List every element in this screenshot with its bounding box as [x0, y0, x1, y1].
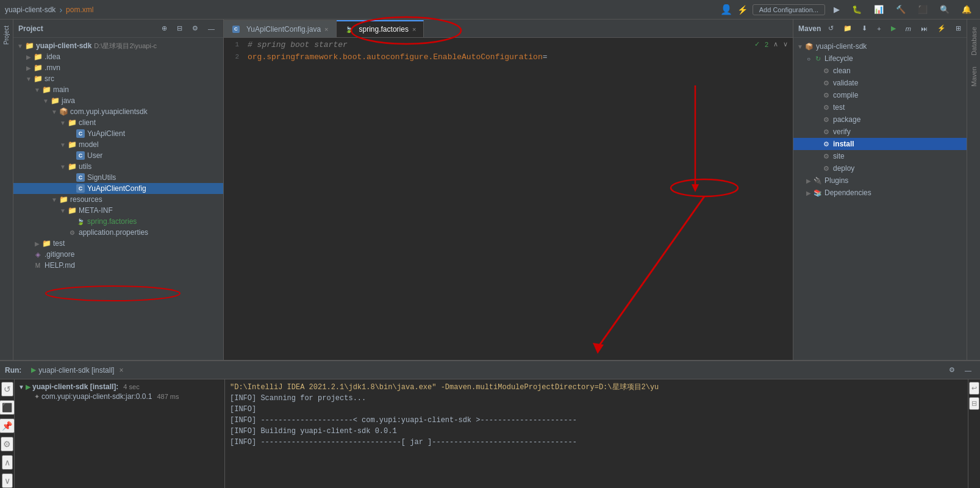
tab-spring-factories[interactable]: 🍃 spring.factories × — [337, 20, 424, 37]
tree-mvn[interactable]: ▶ 📁 .mvn — [13, 62, 223, 73]
add-config-button[interactable]: Add Configuration... — [753, 4, 825, 15]
tree-package[interactable]: ▼ 📦 com.yupi.yuapiclientsdk — [13, 106, 223, 117]
lifecycle-arrow[interactable]: ○ — [804, 56, 813, 62]
maven-side-tab[interactable]: Maven — [969, 62, 979, 92]
tree-client[interactable]: ▼ 📁 client — [13, 117, 223, 128]
nav-down[interactable]: ∨ — [783, 40, 788, 48]
metainf-arrow[interactable]: ▼ — [59, 207, 67, 214]
database-tab[interactable]: Database — [969, 22, 979, 60]
client-arrow[interactable]: ▼ — [59, 120, 67, 126]
run-up-button[interactable]: ∧ — [2, 455, 13, 470]
tree-java[interactable]: ▼ 📁 java — [13, 95, 223, 106]
tree-metainf[interactable]: ▼ 📁 META-INF — [13, 205, 223, 216]
sidebar-collapse-button[interactable]: ⊟ — [173, 23, 186, 34]
output-wrap-button[interactable]: ↩ — [969, 382, 979, 395]
maven-m-button[interactable]: m — [902, 23, 915, 34]
run-button[interactable]: ▶ — [830, 4, 843, 15]
tree-main[interactable]: ▼ 📁 main — [13, 84, 223, 95]
tree-test[interactable]: ▶ 📁 test — [13, 238, 223, 249]
run-settings-btn[interactable]: ⚙ — [1, 437, 13, 451]
maven-lifecycle[interactable]: ○ ↻ Lifecycle — [793, 52, 967, 65]
build-button[interactable]: 🔨 — [892, 4, 909, 15]
run-install-close[interactable]: × — [119, 366, 123, 375]
maven-add-button[interactable]: + — [873, 23, 884, 34]
resources-arrow[interactable]: ▼ — [50, 196, 59, 203]
maven-root[interactable]: ▼ 📦 yuapi-client-sdk — [793, 40, 967, 52]
output-filter-button[interactable]: ⊟ — [969, 397, 979, 410]
maven-test[interactable]: ⚙ test — [793, 101, 967, 113]
maven-root-arrow[interactable]: ▼ — [796, 43, 804, 50]
tab-yuapiclientconfig-close[interactable]: × — [324, 26, 328, 33]
src-arrow[interactable]: ▼ — [24, 76, 33, 82]
editor-content[interactable]: 1 # spring boot starter 2 org.springfram… — [224, 38, 793, 360]
maven-compile[interactable]: ⚙ compile — [793, 89, 967, 101]
maven-deploy[interactable]: ⚙ deploy — [793, 162, 967, 174]
deps-arrow[interactable]: ▶ — [804, 190, 813, 196]
model-arrow[interactable]: ▼ — [59, 142, 67, 148]
maven-lightning-button[interactable]: ⚡ — [934, 23, 950, 34]
update-button[interactable]: 🔔 — [958, 4, 975, 15]
run-down-button[interactable]: ∨ — [2, 473, 13, 488]
package-arrow[interactable]: ▼ — [50, 109, 59, 115]
maven-reload-button[interactable]: ↺ — [824, 23, 837, 34]
maven-download-button[interactable]: ⬇ — [858, 23, 871, 34]
debug-button[interactable]: 🐛 — [848, 4, 865, 15]
run-install-tab[interactable]: ▶ yuapi-client-sdk [install] × — [26, 365, 128, 376]
tree-signutils[interactable]: C SignUtils — [13, 172, 223, 183]
tree-gitignore[interactable]: ◈ .gitignore — [13, 249, 223, 260]
run-root-arrow[interactable]: ▼ — [17, 384, 26, 390]
sidebar-scope-button[interactable]: ⊕ — [158, 23, 171, 34]
maven-clean[interactable]: ⚙ clean — [793, 65, 967, 77]
tree-root-arrow[interactable]: ▼ — [16, 43, 24, 49]
maven-install[interactable]: ⚙ install — [793, 138, 967, 150]
run-again-button[interactable]: ↺ — [1, 382, 13, 396]
mvn-arrow[interactable]: ▶ — [24, 65, 33, 71]
lifecycle-label: Lifecycle — [824, 54, 853, 63]
idea-arrow[interactable]: ▶ — [24, 54, 33, 60]
tree-src[interactable]: ▼ 📁 src — [13, 73, 223, 84]
maven-plugins[interactable]: ▶ 🔌 Plugins — [793, 174, 967, 187]
maven-folder-button[interactable]: 📁 — [840, 23, 856, 34]
coverage-button[interactable]: 📊 — [870, 4, 887, 15]
tab-spring-factories-close[interactable]: × — [412, 26, 416, 33]
tree-root[interactable]: ▼ 📁 yuapi-client-sdk D:\星球项目2\yuapi-c — [13, 40, 223, 51]
tree-utils[interactable]: ▼ 📁 utils — [13, 161, 223, 172]
stop-button[interactable]: ⬛ — [914, 4, 931, 15]
maven-skip-button[interactable]: ⏭ — [917, 23, 931, 34]
main-arrow[interactable]: ▼ — [33, 87, 41, 93]
tree-user[interactable]: C User — [13, 150, 223, 161]
run-stop-button[interactable]: ⬛ — [0, 400, 15, 415]
sidebar-settings-button[interactable]: ⚙ — [188, 23, 202, 34]
bottom-settings-button[interactable]: ⚙ — [945, 365, 959, 375]
tree-model[interactable]: ▼ 📁 model — [13, 139, 223, 150]
nav-up[interactable]: ∧ — [773, 40, 778, 48]
project-sidebar: Project ⊕ ⊟ ⚙ — ▼ 📁 yuapi-client-sdk D:\… — [13, 20, 224, 360]
tree-idea[interactable]: ▶ 📁 .idea — [13, 51, 223, 62]
tab-yuapiclientconfig[interactable]: C YuApiClientConfig.java × — [224, 20, 337, 37]
maven-validate[interactable]: ⚙ validate — [793, 77, 967, 89]
maven-site[interactable]: ⚙ site — [793, 150, 967, 162]
run-pin-button[interactable]: 📌 — [0, 418, 15, 433]
tree-yuapiclient[interactable]: C YuApiClient — [13, 128, 223, 139]
maven-expand-button[interactable]: ⊞ — [952, 23, 965, 34]
tree-yuapiclientconfig[interactable]: C YuApiClientConfig — [13, 183, 223, 194]
tree-helpmd[interactable]: M HELP.md — [13, 260, 223, 271]
run-root-item[interactable]: ▼ ▶ yuapi-client-sdk [install]: 4 sec — [15, 382, 224, 392]
tree-resources[interactable]: ▼ 📁 resources — [13, 194, 223, 205]
tree-app-props[interactable]: ⚙ application.properties — [13, 227, 223, 238]
search-button[interactable]: 🔍 — [936, 4, 953, 15]
maven-package[interactable]: ⚙ package — [793, 113, 967, 126]
maven-dependencies[interactable]: ▶ 📚 Dependencies — [793, 187, 967, 199]
maven-verify[interactable]: ⚙ verify — [793, 126, 967, 138]
java-arrow[interactable]: ▼ — [41, 98, 50, 104]
line-content-1: # spring boot starter — [245, 40, 793, 49]
maven-run-button[interactable]: ▶ — [887, 23, 900, 34]
sidebar-close-button[interactable]: — — [204, 23, 218, 34]
project-side-tab[interactable]: Project — [2, 22, 11, 48]
test-arrow[interactable]: ▶ — [33, 240, 41, 247]
bottom-close-button[interactable]: — — [961, 365, 975, 375]
tree-spring-factories[interactable]: 🍃 spring.factories — [13, 216, 223, 227]
utils-arrow[interactable]: ▼ — [59, 163, 67, 170]
plugins-arrow[interactable]: ▶ — [804, 178, 813, 184]
run-artifact-item[interactable]: ✦ com.yupi:yuapi-client-sdk:jar:0.0.1 48… — [15, 392, 224, 401]
